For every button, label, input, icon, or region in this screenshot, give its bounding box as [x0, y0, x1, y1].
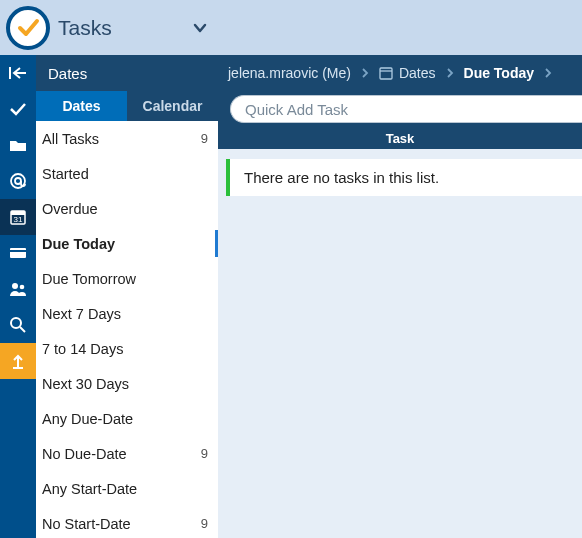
filter-overdue[interactable]: Overdue: [36, 191, 218, 226]
filter-next-7-days[interactable]: Next 7 Days: [36, 296, 218, 331]
list-item-label: Due Tomorrow: [42, 271, 208, 287]
rail-dates[interactable]: 31: [0, 199, 36, 235]
svg-rect-5: [10, 248, 26, 258]
upload-icon: [11, 353, 25, 369]
people-icon: [8, 282, 28, 296]
chevron-right-icon: [538, 68, 558, 78]
svg-point-8: [20, 285, 25, 290]
empty-state-message: There are no tasks in this list.: [226, 159, 582, 196]
filter-7-to-14-days[interactable]: 7 to 14 Days: [36, 331, 218, 366]
rail-contexts[interactable]: [0, 163, 36, 199]
card-icon: [9, 247, 27, 259]
chevron-right-icon: [355, 68, 375, 78]
view-tabs: Dates Calendar: [36, 91, 218, 121]
filter-any-start-date[interactable]: Any Start-Date: [36, 471, 218, 506]
rail-checked[interactable]: [0, 91, 36, 127]
list-item-count: 9: [201, 446, 208, 461]
app-logo: [6, 6, 50, 50]
filter-all-tasks[interactable]: All Tasks9: [36, 121, 218, 156]
date-filter-list: All Tasks9 Started Overdue Due Today Due…: [36, 121, 218, 538]
svg-rect-6: [10, 250, 26, 252]
breadcrumb: jelena.mraovic (Me) Dates Due Today: [218, 55, 582, 91]
collapse-button[interactable]: [0, 55, 36, 91]
chevron-right-icon: [440, 68, 460, 78]
search-icon: [9, 316, 27, 334]
tab-dates-label: Dates: [62, 98, 100, 114]
list-item-label: Any Due-Date: [42, 411, 208, 427]
list-item-count: 9: [201, 516, 208, 531]
filter-any-due-date[interactable]: Any Due-Date: [36, 401, 218, 436]
task-list-area: There are no tasks in this list.: [218, 149, 582, 538]
folder-icon: [9, 138, 27, 152]
filter-due-tomorrow[interactable]: Due Tomorrow: [36, 261, 218, 296]
filter-no-due-date[interactable]: No Due-Date9: [36, 436, 218, 471]
list-item-label: All Tasks: [42, 131, 201, 147]
rail-search[interactable]: [0, 307, 36, 343]
list-item-count: 9: [201, 131, 208, 146]
list-item-label: Due Today: [42, 236, 208, 252]
svg-point-7: [12, 283, 18, 289]
list-item-label: Any Start-Date: [42, 481, 208, 497]
calendar-icon: [379, 66, 393, 80]
list-item-label: No Start-Date: [42, 516, 201, 532]
quick-add-input[interactable]: [230, 95, 582, 123]
at-icon: [9, 172, 27, 190]
calendar-icon: 31: [9, 208, 27, 226]
column-header-task[interactable]: Task: [218, 127, 582, 149]
list-item-label: Next 30 Days: [42, 376, 208, 392]
rail-upload[interactable]: [0, 343, 36, 379]
check-icon: [16, 16, 40, 40]
crumb-dates[interactable]: Dates: [375, 65, 440, 81]
crumb-current[interactable]: Due Today: [460, 65, 539, 81]
crumb-user[interactable]: jelena.mraovic (Me): [224, 65, 355, 81]
nav-rail: 31: [0, 55, 36, 538]
check-icon: [9, 102, 27, 116]
filter-due-today[interactable]: Due Today: [36, 226, 218, 261]
section-title: Dates: [48, 65, 87, 82]
filter-started[interactable]: Started: [36, 156, 218, 191]
tab-dates[interactable]: Dates: [36, 91, 127, 121]
list-item-label: 7 to 14 Days: [42, 341, 208, 357]
svg-point-9: [11, 318, 21, 328]
empty-state-text: There are no tasks in this list.: [244, 169, 439, 186]
header-extension: [218, 0, 582, 55]
crumb-label: jelena.mraovic (Me): [228, 65, 351, 81]
crumb-label: Due Today: [464, 65, 535, 81]
section-header: Dates: [36, 55, 218, 91]
app-title: Tasks: [58, 16, 174, 40]
app-header: Tasks: [0, 0, 218, 55]
chevron-down-icon: [192, 20, 208, 36]
rail-people[interactable]: [0, 271, 36, 307]
rail-folder[interactable]: [0, 127, 36, 163]
column-header-label: Task: [386, 131, 415, 146]
filter-next-30-days[interactable]: Next 30 Days: [36, 366, 218, 401]
quick-add-bar: [218, 91, 582, 127]
rail-card[interactable]: [0, 235, 36, 271]
collapse-icon: [9, 66, 27, 80]
filter-no-start-date[interactable]: No Start-Date9: [36, 506, 218, 538]
list-item-label: Next 7 Days: [42, 306, 208, 322]
list-item-label: Overdue: [42, 201, 208, 217]
svg-text:31: 31: [14, 215, 23, 224]
tab-calendar[interactable]: Calendar: [127, 91, 218, 121]
crumb-label: Dates: [399, 65, 436, 81]
header-dropdown[interactable]: [182, 1, 218, 55]
list-item-label: Started: [42, 166, 208, 182]
svg-rect-10: [380, 68, 392, 79]
tab-calendar-label: Calendar: [143, 98, 203, 114]
list-item-label: No Due-Date: [42, 446, 201, 462]
